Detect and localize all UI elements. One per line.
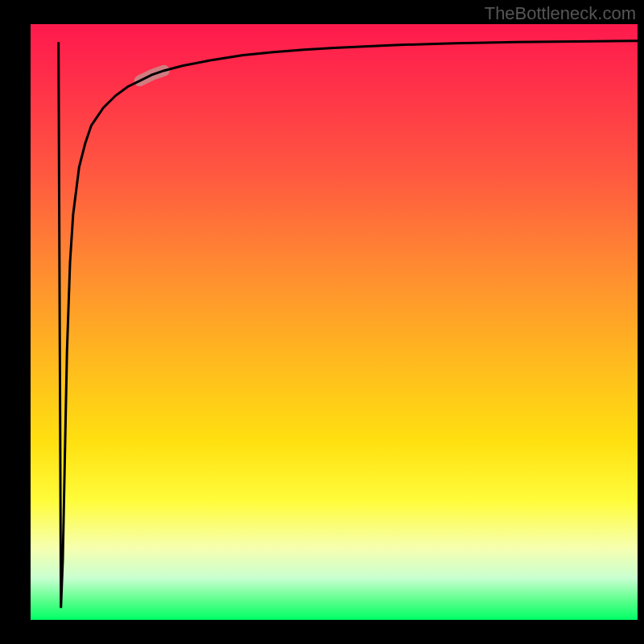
curve-line (59, 41, 638, 609)
chart-plot-area (31, 24, 638, 620)
watermark-text: TheBottleneck.com (485, 3, 636, 24)
chart-svg (31, 24, 638, 620)
